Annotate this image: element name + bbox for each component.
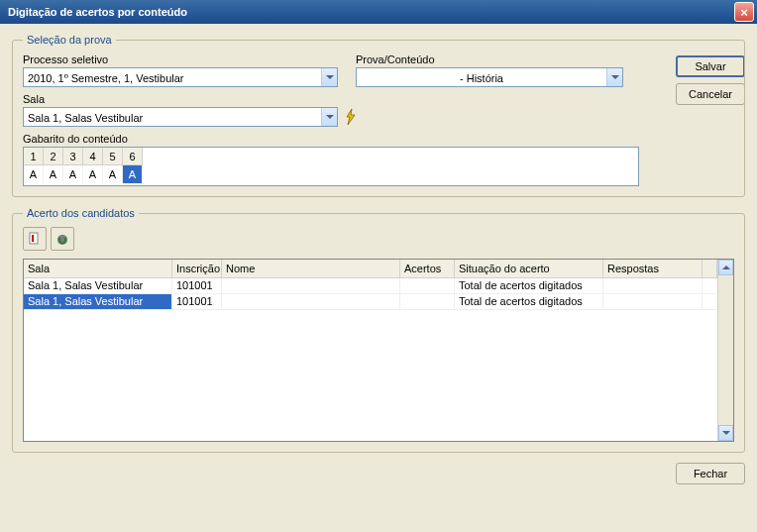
- fieldset-selecao-prova: Seleção da prova Processo seletivo 2010,…: [12, 34, 745, 197]
- gabarito-header-cell: 6: [123, 148, 143, 165]
- gabarito-header-cell: 2: [44, 148, 63, 165]
- cell-respostas: [603, 294, 703, 309]
- lightning-icon[interactable]: [342, 107, 360, 127]
- chevron-down-icon[interactable]: [321, 68, 337, 86]
- gabarito-value-cell[interactable]: A: [83, 165, 103, 183]
- close-bottom-button[interactable]: Fechar: [676, 463, 745, 484]
- gabarito-value-cell[interactable]: A: [63, 165, 83, 183]
- label-prova: Prova/Conteúdo: [356, 53, 623, 65]
- column-header-spacer: [703, 260, 717, 277]
- chevron-down-icon[interactable]: [606, 68, 622, 86]
- gabarito-value-cell[interactable]: A: [24, 165, 44, 183]
- column-header-inscricao[interactable]: Inscrição: [172, 260, 222, 277]
- gabarito-header-cell: 5: [103, 148, 123, 165]
- cell-nome: [222, 294, 400, 309]
- close-button[interactable]: ×: [734, 2, 754, 22]
- label-gabarito: Gabarito do conteúdo: [23, 133, 734, 145]
- cell-respostas: [603, 278, 703, 293]
- chevron-down-icon[interactable]: [321, 108, 337, 126]
- window-title: Digitação de acertos por conteúdo: [8, 6, 187, 18]
- svg-rect-3: [58, 236, 66, 238]
- close-icon: ×: [740, 5, 748, 20]
- cell-nome: [222, 278, 400, 293]
- column-header-situacao[interactable]: Situação do acerto: [455, 260, 603, 277]
- document-icon: [28, 232, 42, 246]
- gabarito-grid[interactable]: 1A2A3A4A5A6A: [23, 147, 639, 186]
- cell-sala: Sala 1, Salas Vestibular: [24, 294, 172, 309]
- cell-inscricao: 101001: [172, 278, 222, 293]
- svg-rect-1: [32, 235, 34, 242]
- candidates-grid[interactable]: SalaInscriçãoNomeAcertosSituação do acer…: [23, 259, 734, 442]
- legend-selecao: Seleção da prova: [23, 34, 116, 46]
- table-row[interactable]: Sala 1, Salas Vestibular101001Total de a…: [24, 278, 717, 294]
- cell-inscricao: 101001: [172, 294, 222, 309]
- cell-sala: Sala 1, Salas Vestibular: [24, 278, 172, 293]
- gabarito-header-cell: 3: [63, 148, 83, 165]
- trash-icon: [55, 232, 69, 246]
- titlebar: Digitação de acertos por conteúdo ×: [0, 0, 757, 24]
- combo-prova[interactable]: - História: [356, 67, 623, 87]
- cell-situacao: Total de acertos digitados: [455, 294, 603, 309]
- combo-sala-value: Sala 1, Salas Vestibular: [24, 108, 321, 126]
- combo-processo[interactable]: 2010, 1º Semestre, 1, Vestibular: [23, 67, 338, 87]
- gabarito-value-cell[interactable]: A: [44, 165, 63, 183]
- cell-acertos: [400, 278, 455, 293]
- column-header-sala[interactable]: Sala: [24, 260, 172, 277]
- column-header-respostas[interactable]: Respostas: [603, 260, 703, 277]
- scroll-down-icon[interactable]: [718, 425, 733, 441]
- gabarito-header-cell: 1: [24, 148, 44, 165]
- label-sala: Sala: [23, 93, 360, 105]
- combo-processo-value: 2010, 1º Semestre, 1, Vestibular: [24, 68, 321, 86]
- vertical-scrollbar[interactable]: [717, 260, 733, 441]
- cell-acertos: [400, 294, 455, 309]
- column-header-acertos[interactable]: Acertos: [400, 260, 455, 277]
- combo-sala[interactable]: Sala 1, Salas Vestibular: [23, 107, 338, 127]
- label-processo: Processo seletivo: [23, 53, 338, 65]
- legend-acerto: Acerto dos candidatos: [23, 207, 139, 219]
- gabarito-value-cell[interactable]: A: [103, 165, 123, 183]
- grid-header: SalaInscriçãoNomeAcertosSituação do acer…: [24, 260, 717, 278]
- gabarito-value-cell[interactable]: A: [123, 165, 143, 183]
- fieldset-acerto-candidatos: Acerto dos candidatos SalaInscriçãoNomeA…: [12, 207, 745, 453]
- delete-button[interactable]: [51, 227, 74, 251]
- cell-situacao: Total de acertos digitados: [455, 278, 603, 293]
- gabarito-header-cell: 4: [83, 148, 103, 165]
- scroll-up-icon[interactable]: [718, 260, 733, 275]
- add-row-button[interactable]: [23, 227, 47, 251]
- combo-prova-value: - História: [357, 68, 606, 86]
- column-header-nome[interactable]: Nome: [222, 260, 400, 277]
- table-row[interactable]: Sala 1, Salas Vestibular101001Total de a…: [24, 294, 717, 310]
